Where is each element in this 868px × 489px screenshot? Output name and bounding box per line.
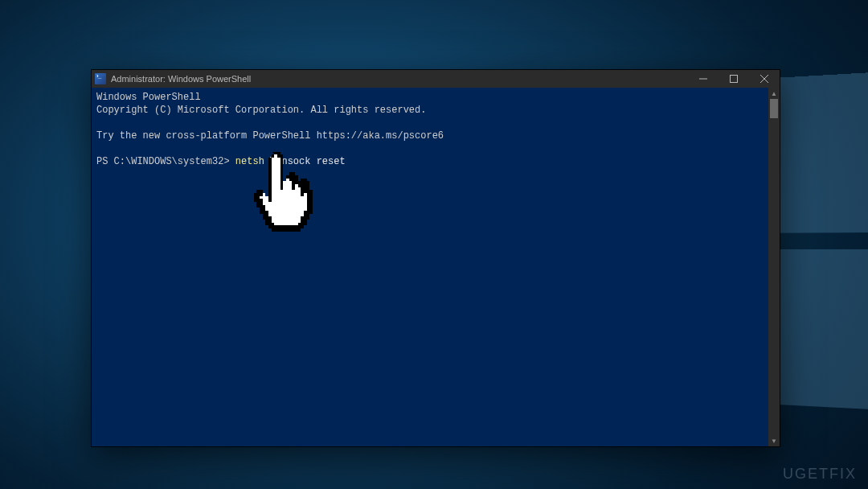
close-button[interactable] [749, 70, 780, 88]
powershell-icon [95, 73, 106, 84]
scrollbar-thumb[interactable] [770, 99, 778, 118]
minimize-icon [699, 75, 707, 83]
command-token: netsh [235, 156, 264, 167]
console-line: Copyright (C) Microsoft Corporation. All… [96, 105, 426, 116]
scrollbar-track[interactable] [768, 99, 780, 435]
maximize-button[interactable] [719, 70, 749, 88]
svg-rect-1 [731, 76, 738, 83]
minimize-button[interactable] [688, 70, 719, 88]
scroll-up-arrow-icon[interactable]: ▲ [768, 88, 780, 99]
console-line: Try the new cross-platform PowerShell ht… [96, 130, 444, 142]
console-output[interactable]: Windows PowerShell Copyright (C) Microso… [92, 88, 768, 446]
watermark-text: UGETFIX [783, 466, 857, 483]
console-line: Windows PowerShell [96, 92, 201, 103]
vertical-scrollbar[interactable]: ▲ ▼ [768, 88, 780, 446]
window-title: Administrator: Windows PowerShell [111, 74, 251, 84]
command-rest: Winsock reset [264, 156, 346, 167]
close-icon [760, 75, 768, 83]
scroll-down-arrow-icon[interactable]: ▼ [768, 435, 780, 446]
prompt: PS C:\WINDOWS\system32> [96, 156, 235, 167]
console-area: Windows PowerShell Copyright (C) Microso… [92, 88, 780, 446]
titlebar[interactable]: Administrator: Windows PowerShell [92, 70, 780, 88]
maximize-icon [730, 75, 738, 83]
powershell-window: Administrator: Windows PowerShell Window… [91, 69, 780, 447]
